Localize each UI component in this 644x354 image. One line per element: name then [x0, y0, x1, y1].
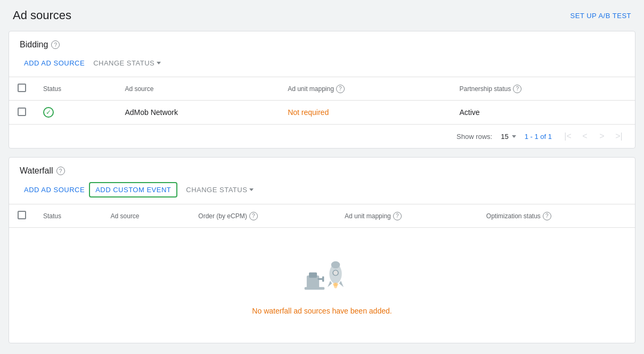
first-page-button[interactable]: |<	[560, 129, 575, 144]
bidding-pagination: Show rows: 15 1 - 1 of 1 |< < > >|	[9, 124, 635, 148]
setup-ab-test-button[interactable]: SET UP A/B TEST	[570, 12, 631, 20]
bidding-ad-source-col-header: Ad source	[116, 77, 279, 101]
waterfall-table: Status Ad source Order (by eCPM) ? Ad un…	[9, 204, 635, 343]
waterfall-optimization-status-col-header: Optimization status ?	[478, 204, 635, 228]
svg-point-11	[333, 283, 337, 289]
page-range-info: 1 - 1 of 1	[525, 133, 552, 141]
ad-unit-mapping-help-icon[interactable]: ?	[336, 85, 345, 93]
row-ad-unit-mapping-col: Not required	[279, 101, 451, 125]
row-status-col: ✓	[35, 101, 116, 125]
order-help-icon[interactable]: ?	[249, 212, 258, 220]
waterfall-ad-unit-mapping-col-header: Ad unit mapping ?	[336, 204, 478, 228]
waterfall-actions: ADD AD SOURCE ADD CUSTOM EVENT CHANGE ST…	[9, 182, 635, 204]
change-status-arrow-icon	[157, 62, 161, 64]
svg-point-7	[333, 270, 338, 276]
row-partnership-status-col: Active	[451, 101, 635, 125]
bidding-table: Status Ad source Ad unit mapping ? Partn…	[9, 77, 635, 124]
rocket-illustration	[296, 256, 349, 298]
next-page-button[interactable]: >	[594, 129, 609, 144]
page-header: Ad sources SET UP A/B TEST	[0, 0, 644, 31]
waterfall-section-header: Waterfall ?	[9, 158, 635, 176]
waterfall-add-custom-event-button[interactable]: ADD CUSTOM EVENT	[89, 182, 177, 197]
rows-select-arrow-icon	[512, 135, 516, 138]
show-rows-label: Show rows:	[456, 133, 492, 141]
bidding-table-header-row: Status Ad source Ad unit mapping ? Partn…	[9, 77, 635, 101]
waterfall-change-status-arrow-icon	[249, 188, 254, 191]
bidding-partnership-status-col-header: Partnership status ?	[451, 77, 635, 101]
waterfall-select-all-checkbox[interactable]	[18, 211, 26, 219]
last-page-button[interactable]: >|	[612, 129, 626, 144]
table-row: ✓ AdMob Network Not required Active	[9, 101, 635, 125]
empty-state-text: No waterfall ad sources have been added.	[252, 307, 392, 315]
partnership-status-help-icon[interactable]: ?	[513, 85, 521, 93]
bidding-section: Bidding ? ADD AD SOURCE CHANGE STATUS St…	[9, 31, 635, 149]
bidding-status-col-header: Status	[35, 77, 116, 101]
bidding-ad-unit-mapping-col-header: Ad unit mapping ?	[279, 77, 451, 101]
empty-state: No waterfall ad sources have been added.	[18, 234, 626, 336]
bidding-actions: ADD AD SOURCE CHANGE STATUS	[9, 56, 635, 77]
svg-rect-4	[322, 276, 324, 282]
waterfall-order-col-header: Order (by eCPM) ?	[190, 204, 336, 228]
waterfall-title: Waterfall ?	[20, 166, 624, 176]
svg-rect-2	[309, 273, 317, 278]
row-ad-source-col: AdMob Network	[116, 101, 279, 125]
bidding-select-all-col	[9, 77, 35, 101]
status-active-icon: ✓	[43, 107, 54, 118]
waterfall-empty-state-row: No waterfall ad sources have been added.	[9, 228, 635, 343]
optimization-status-help-icon[interactable]: ?	[543, 212, 551, 220]
bidding-section-header: Bidding ?	[9, 31, 635, 50]
svg-marker-9	[339, 281, 343, 287]
rows-per-page-select[interactable]: 15	[501, 133, 516, 141]
waterfall-ad-unit-mapping-help-icon[interactable]: ?	[393, 212, 402, 220]
waterfall-empty-state-cell: No waterfall ad sources have been added.	[9, 228, 635, 343]
pagination-nav-buttons: |< < > >|	[560, 129, 626, 144]
bidding-title: Bidding ?	[20, 40, 624, 50]
waterfall-change-status-button[interactable]: CHANGE STATUS	[182, 183, 258, 197]
row-checkbox-col	[9, 101, 35, 125]
waterfall-help-icon[interactable]: ?	[56, 167, 65, 175]
svg-point-6	[331, 261, 340, 268]
bidding-select-all-checkbox[interactable]	[18, 84, 26, 92]
page-title: Ad sources	[13, 9, 71, 22]
row-checkbox[interactable]	[18, 108, 26, 116]
waterfall-table-header-row: Status Ad source Order (by eCPM) ? Ad un…	[9, 204, 635, 228]
bidding-help-icon[interactable]: ?	[51, 40, 60, 49]
waterfall-status-col-header: Status	[35, 204, 102, 228]
bidding-change-status-button[interactable]: CHANGE STATUS	[89, 56, 165, 70]
waterfall-ad-source-col-header: Ad source	[102, 204, 190, 228]
prev-page-button[interactable]: <	[577, 129, 592, 144]
bidding-add-ad-source-button[interactable]: ADD AD SOURCE	[20, 56, 89, 70]
svg-marker-8	[328, 281, 332, 287]
waterfall-add-ad-source-button[interactable]: ADD AD SOURCE	[20, 183, 89, 197]
page-wrapper: Ad sources SET UP A/B TEST Bidding ? ADD…	[0, 0, 644, 354]
waterfall-select-all-col	[9, 204, 35, 228]
waterfall-section: Waterfall ? ADD AD SOURCE ADD CUSTOM EVE…	[9, 157, 635, 343]
